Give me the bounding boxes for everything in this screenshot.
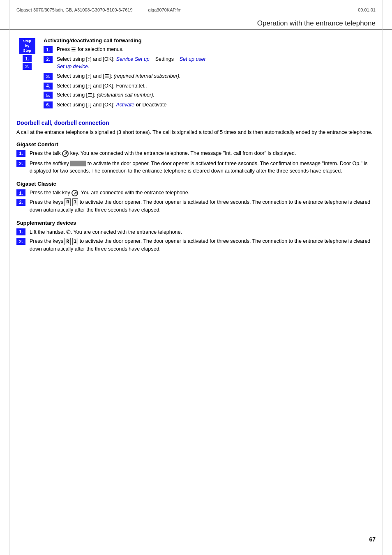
comfort-step-2: 2. Press the softkey to activate the doo…	[16, 160, 376, 175]
comfort-step-2-num: 2.	[16, 160, 25, 167]
comfort-step-1: 1. Press the talk ↗ key. You are connect…	[16, 150, 376, 157]
activate-section: Step by Step 1. 2. Activating/deactivati…	[16, 37, 376, 111]
menu-icon-1: ☰	[71, 46, 76, 54]
header-filename: Gigaset 3070/3075isdn, GB, A31008-G3070-…	[16, 7, 133, 12]
activate-step-1: 1. Press ☰ for selection menus.	[44, 46, 376, 54]
classic-step-1: 1. Press the talk key ↗. You are connect…	[16, 189, 376, 197]
step-5-num: 5.	[44, 92, 53, 99]
step-3-text: Select using [↕] and [☰]: (required inte…	[57, 72, 376, 81]
step-5-text: Select using [☰]: (destination call numb…	[57, 91, 376, 99]
classic-title: Gigaset Classic	[16, 181, 376, 187]
set-up-user-link[interactable]: Set up user	[180, 56, 206, 62]
handset-icon: ✆	[66, 229, 71, 235]
page-title: Operation with the entrance telephone	[257, 19, 376, 27]
supplementary-title: Supplementary devices	[16, 220, 376, 226]
step-badge: Step by Step 1. 2.	[16, 38, 38, 70]
doorbell-paragraph: A call at the entrance telephone is sign…	[16, 129, 376, 136]
doorbell-heading: Doorbell call, doorbell connection	[16, 120, 376, 126]
step-numbers: 1. 2.	[23, 55, 32, 70]
activate-step-4: 4. Select using [↕] and [OK]: Forw.entr.…	[44, 82, 376, 90]
suppl-step-2-text: Press the keys R 1 to activate the door …	[30, 237, 376, 253]
activate-link[interactable]: Activate	[116, 102, 134, 108]
suppl-step-1: 1. Lift the handset ✆. You are connected…	[16, 228, 376, 236]
activate-title: Activating/deactivating call forwarding	[44, 37, 376, 44]
comfort-title: Gigaset Comfort	[16, 141, 376, 147]
suppl-step-1-num: 1.	[16, 228, 25, 235]
page-number: 67	[369, 536, 376, 543]
left-border	[9, 0, 9, 555]
activate-step-2: 2. Select using [↕] and [OK]: Service Se…	[44, 55, 376, 71]
classic-step-2: 2. Press the keys R 1 to activate the do…	[16, 198, 376, 214]
step-6-text: Select using [↕] and [OK]: Activate or D…	[57, 101, 376, 109]
menu-icon-5: ☰	[88, 91, 92, 99]
main-content: Step by Step 1. 2. Activating/deactivati…	[0, 37, 392, 271]
comfort-step-1-num: 1.	[16, 150, 25, 157]
step-1-text: Press ☰ for selection menus.	[57, 46, 376, 54]
classic-step-1-num: 1.	[16, 189, 25, 196]
key-1-classic: 1	[72, 198, 78, 206]
step-num-2: 2.	[23, 63, 32, 70]
activate-step-3: 3. Select using [↕] and [☰]: (required i…	[44, 72, 376, 81]
comfort-step-2-text: Press the softkey to activate the door o…	[30, 160, 376, 175]
set-up-device-link[interactable]: Set up device.	[57, 64, 89, 69]
step-6-num: 6.	[44, 101, 53, 108]
step-by-step-label: Step by Step	[19, 38, 35, 54]
header-date: 09.01.01	[358, 7, 376, 12]
page: Gigaset 3070/3075isdn, GB, A31008-G3070-…	[0, 0, 392, 555]
step-4-num: 4.	[44, 83, 53, 90]
classic-step-2-num: 2.	[16, 199, 25, 206]
activate-steps: Activating/deactivating call forwarding …	[44, 37, 376, 111]
key-r-suppl: R	[65, 238, 71, 246]
classic-talk-key-icon: ↗	[71, 190, 78, 196]
step-1-num: 1.	[44, 46, 53, 53]
header-left: Gigaset 3070/3075isdn, GB, A31008-G3070-…	[16, 7, 182, 12]
key-r: R	[65, 198, 71, 206]
talk-key-icon: ↗	[62, 150, 69, 157]
step-4-text: Select using [↕] and [OK]: Forw.entr.tel…	[57, 82, 376, 90]
classic-step-2-text: Press the keys R 1 to activate the door …	[30, 198, 376, 214]
key-1-suppl: 1	[72, 238, 78, 246]
page-title-bar: Operation with the entrance telephone	[0, 15, 392, 30]
right-border	[383, 0, 383, 555]
step-2-num: 2.	[44, 56, 53, 63]
suppl-step-2: 2. Press the keys R 1 to activate the do…	[16, 237, 376, 253]
comfort-step-1-text: Press the talk ↗ key. You are connected …	[30, 150, 376, 157]
suppl-step-1-text: Lift the handset ✆. You are connected wi…	[30, 228, 376, 236]
header-center: giga3070KAP.fm	[148, 7, 182, 12]
step-num-1: 1.	[23, 55, 32, 62]
activate-step-5: 5. Select using [☰]: (destination call n…	[44, 91, 376, 99]
suppl-step-2-num: 2.	[16, 238, 25, 245]
menu-icon-3: ☰	[104, 72, 109, 81]
step-3-num: 3.	[44, 73, 53, 80]
doc-header: Gigaset 3070/3075isdn, GB, A31008-G3070-…	[0, 0, 392, 15]
activate-step-6: 6. Select using [↕] and [OK]: Activate o…	[44, 101, 376, 109]
service-set-up-link[interactable]: Service Set up	[116, 56, 150, 62]
step-2-text: Select using [↕] and [OK]: Service Set u…	[57, 55, 376, 71]
classic-step-1-text: Press the talk key ↗. You are connected …	[30, 189, 376, 197]
softkey-highlight	[70, 161, 86, 166]
